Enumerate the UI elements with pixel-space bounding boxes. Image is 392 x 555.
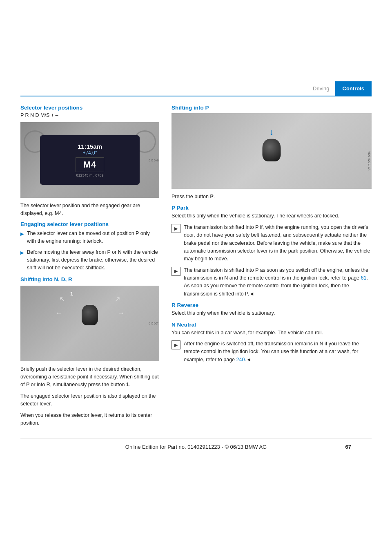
footer-wrapper: Online Edition for Part no. 01402911223 … bbox=[20, 439, 372, 455]
note-box-1: ▶ The transmission is shifted into P if,… bbox=[172, 224, 372, 263]
dashboard-temp: +74.0° bbox=[82, 150, 97, 156]
dashboard-time: 11:15am bbox=[78, 143, 102, 150]
note-text-3: After the engine is switched off, the tr… bbox=[184, 340, 372, 364]
arrow-top-right: ↗ bbox=[114, 295, 120, 304]
footer: Online Edition for Part no. 01402911223 … bbox=[20, 439, 372, 455]
r-reverse-title: R Reverse bbox=[172, 302, 372, 308]
image-code-left: S0C-040-3-0 bbox=[149, 159, 159, 161]
page-number: 67 bbox=[345, 444, 351, 450]
note-icon-3: ▶ bbox=[172, 340, 180, 349]
dashboard-gear: M4 bbox=[76, 157, 105, 172]
left-column: Selector lever positions P R N D M/S + –… bbox=[20, 105, 159, 430]
engaging-selector-title: Engaging selector lever positions bbox=[20, 221, 159, 227]
shifter-image: ↖ ↗ ← → 1 S0N-100-2-0 bbox=[20, 286, 159, 361]
bullet-item-1: ▶ The selector lever can be moved out of… bbox=[20, 230, 159, 246]
note-icon-arrow-1: ▶ bbox=[174, 225, 178, 232]
n-neutral-text-1: You can select this in a car wash, for e… bbox=[172, 329, 372, 337]
body-text-1: The selector lever position and the enga… bbox=[20, 202, 159, 218]
dashboard-inner: 11:15am +74.0° M4 012345 mi. 6789 bbox=[40, 135, 140, 184]
right-shifter-image: ↓ VDG-020-1-VA bbox=[172, 113, 372, 189]
shifter-inner: ↖ ↗ ← → 1 bbox=[74, 305, 106, 342]
dashboard-odo: 012345 mi. 6789 bbox=[76, 173, 103, 177]
bullet-text-2: Before moving the lever away from P or N… bbox=[27, 248, 159, 272]
arrow-down-indicator: ↓ bbox=[270, 126, 274, 137]
selector-positions-title: Selector lever positions bbox=[20, 105, 159, 111]
n-neutral-title: N Neutral bbox=[172, 322, 372, 328]
note-2-link[interactable]: 61 bbox=[361, 275, 367, 281]
note-text-2: The transmission is shifted into P as so… bbox=[184, 266, 372, 298]
image-code-right: VDG-020-1-VA bbox=[368, 151, 371, 170]
bullet-list: ▶ The selector lever can be moved out of… bbox=[20, 230, 159, 272]
body-text-2: Briefly push the selector lever in the d… bbox=[20, 365, 159, 389]
press-button-p-text: Press the button P. bbox=[172, 193, 372, 201]
body-text-3: The engaged selector lever position is a… bbox=[20, 392, 159, 408]
bold-1: 1 bbox=[126, 382, 129, 387]
footer-text: Online Edition for Part no. 01402911223 … bbox=[125, 444, 267, 450]
right-column: Shifting into P ↓ VDG-020-1-VA Press the… bbox=[172, 105, 372, 430]
bullet-item-2: ▶ Before moving the lever away from P or… bbox=[20, 248, 159, 272]
r-reverse-text: Select this only when the vehicle is sta… bbox=[172, 309, 372, 317]
arrow-mid-right: → bbox=[117, 309, 125, 318]
shifter-diagram: ↖ ↗ ← → 1 bbox=[74, 305, 106, 342]
nav-controls: Controls bbox=[335, 81, 372, 96]
shifting-p-title: Shifting into P bbox=[172, 105, 372, 111]
nav-driving: Driving bbox=[307, 81, 335, 96]
note-box-2: ▶ The transmission is shifted into P as … bbox=[172, 266, 372, 298]
note-icon-2: ▶ bbox=[172, 267, 180, 276]
note-icon-1: ▶ bbox=[172, 224, 180, 233]
note-text-1: The transmission is shifted into P if, w… bbox=[184, 224, 372, 263]
bullet-arrow-2: ▶ bbox=[20, 249, 24, 272]
shifting-ndr-title: Shifting into N, D, R bbox=[20, 276, 159, 282]
shifter-knob bbox=[82, 305, 98, 325]
p-park-title: P Park bbox=[172, 205, 372, 211]
arrow-top-left: ↖ bbox=[59, 295, 65, 304]
main-content: Selector lever positions P R N D M/S + –… bbox=[0, 96, 392, 430]
right-knob-container: ↓ bbox=[263, 139, 281, 161]
bold-p: P bbox=[210, 194, 214, 199]
body-text-4: When you release the selector lever, it … bbox=[20, 412, 159, 427]
shifter-number: 1 bbox=[70, 291, 73, 297]
bullet-arrow-1: ▶ bbox=[20, 231, 24, 246]
bullet-text-1: The selector lever can be moved out of p… bbox=[27, 230, 159, 246]
dashboard-image: 11:15am +74.0° M4 012345 mi. 6789 S0C-04… bbox=[20, 122, 159, 198]
note-icon-arrow-2: ▶ bbox=[174, 268, 178, 275]
right-shifter-knob bbox=[263, 139, 281, 161]
selector-positions-subtitle: P R N D M/S + – bbox=[20, 112, 159, 118]
arrow-mid-left: ← bbox=[55, 309, 62, 318]
p-park-text: Select this only when the vehicle is sta… bbox=[172, 212, 372, 220]
top-nav: Driving Controls bbox=[20, 82, 372, 96]
note-box-3: ▶ After the engine is switched off, the … bbox=[172, 340, 372, 364]
note-3-link[interactable]: 240 bbox=[236, 357, 245, 363]
note-icon-arrow-3: ▶ bbox=[174, 342, 178, 349]
image-code-shifter: S0N-100-2-0 bbox=[149, 322, 159, 325]
